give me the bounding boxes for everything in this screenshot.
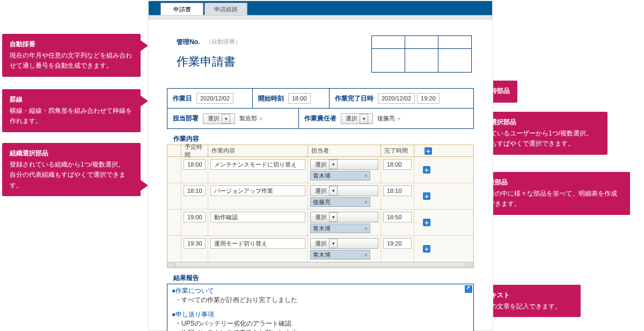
callout-body: 自分の代表組織もすばやくで選択できます。 <box>10 170 133 190</box>
mgrno-auto: （自動採番） <box>206 38 241 46</box>
close-icon[interactable]: × <box>364 251 368 258</box>
edit-icon[interactable] <box>465 285 472 293</box>
close-icon[interactable]: × <box>364 225 368 232</box>
plus-icon[interactable]: ＋ <box>425 147 432 155</box>
callout-lines: 罫線 横線・縦線・四角形を組み合わせて枠線を作れます。 <box>2 89 141 132</box>
plus-icon[interactable]: ＋ <box>423 245 430 253</box>
mgrno-label: 管理No. <box>177 38 200 47</box>
plus-icon[interactable]: ＋ <box>423 192 430 200</box>
dept-label: 担当部署 <box>167 114 203 123</box>
chevron-down-icon: ▾ <box>329 212 338 222</box>
close-icon[interactable]: × <box>364 199 368 205</box>
table-head: 予定時間 作業内容 担当者 完了時間 ＋ <box>167 145 473 157</box>
rt-heading: ●作業について <box>172 286 469 296</box>
person-select-button[interactable]: 選択▾ <box>310 238 378 249</box>
tab-application[interactable]: 申請書 <box>160 3 203 15</box>
done-input[interactable]: 19:20 <box>383 238 412 249</box>
time-input[interactable]: 18:00 <box>184 159 206 170</box>
callout-body: 横線・縦線・四角形を組み合わせて枠線を作れます。 <box>10 106 133 126</box>
start-label: 開始時刻 <box>253 94 288 103</box>
person-chip: 青木博× <box>310 250 370 260</box>
person-select-button[interactable]: 選択▾ <box>310 185 378 196</box>
tabbar: 申請書 申請経路 <box>149 1 492 15</box>
resp-label: 作業責任者 <box>299 114 341 123</box>
th-time: 予定時間 <box>181 145 208 156</box>
row-dept: 担当部署 選択▾ 製造部 × 作業責任者 選択▾ 後藤亮 × <box>167 109 474 129</box>
chevron-down-icon: ▾ <box>329 186 338 196</box>
time-input[interactable]: 19:00 <box>184 212 206 222</box>
table-row: 18:10バージョンアップ作業選択▾後藤亮×18:10＋ <box>167 183 473 210</box>
table-row: 18:00メンテナンスモードに切り替え選択▾青木博×18:00＋ <box>167 157 473 183</box>
callout-table: 表部品 表の中に様々な部品を並べて、明細表を作成できます。 <box>481 172 630 215</box>
done-input[interactable]: 18:10 <box>383 185 412 196</box>
person-chip: 青木博× <box>310 171 370 181</box>
callout-title: 自動採番 <box>10 39 133 49</box>
rt-line: ・すべての作業が計画どおり完了しました <box>175 296 469 305</box>
rt-line: ・UPSのバッテリー劣化のアラート確認 <box>175 319 469 328</box>
enddate-input[interactable]: 2020/12/02 <box>378 93 415 104</box>
callout-autonum: 自動採番 現在の年月や任意の文字列などを組み合わせて通し番号を自動生成できます。 <box>2 34 141 77</box>
callout-title: 表部品 <box>488 177 623 188</box>
chevron-down-icon: ▾ <box>360 114 368 124</box>
work-table: 予定時間 作業内容 担当者 完了時間 ＋ 18:00メンテナンスモードに切り替え… <box>167 145 474 268</box>
start-input[interactable]: 18:00 <box>288 93 311 104</box>
close-icon[interactable]: × <box>259 116 262 122</box>
section-report: 結果報告 <box>173 274 487 283</box>
row-dates: 作業日 2020/12/02 開始時刻 18:00 作業完了日時 2020/12… <box>167 88 474 109</box>
dept-chip: 製造部 <box>239 114 257 123</box>
person-select-button[interactable]: 選択▾ <box>310 212 378 222</box>
person-select-button[interactable]: 選択▾ <box>310 159 378 170</box>
resp-chip: 後藤亮 <box>377 114 395 123</box>
person-chip: 青木博× <box>310 224 370 233</box>
chevron-down-icon: ▾ <box>222 114 230 124</box>
th-work: 作業内容 <box>208 145 308 156</box>
close-icon[interactable]: × <box>397 116 400 122</box>
callout-title: 罫線 <box>10 95 133 105</box>
scrollbar[interactable] <box>167 262 473 268</box>
work-input[interactable]: 動作確認 <box>210 212 305 222</box>
table-row: 19:00動作確認選択▾青木博×18:50＋ <box>167 210 473 236</box>
callout-body: 登録されている組織から1つ/複数選択。 <box>10 160 133 170</box>
toolbar-placeholder <box>149 15 492 19</box>
resp-select-button[interactable]: 選択▾ <box>341 113 373 124</box>
time-input[interactable]: 18:10 <box>184 185 206 196</box>
work-input[interactable]: メンテナンスモードに切り替え <box>210 159 305 170</box>
chevron-down-icon: ▾ <box>329 160 338 169</box>
endtime-input[interactable]: 19:20 <box>417 93 440 104</box>
section-work: 作業内容 <box>173 134 487 143</box>
approval-grid <box>371 35 472 73</box>
plus-icon[interactable]: ＋ <box>423 166 430 174</box>
end-label: 作業完了日時 <box>330 94 378 103</box>
form-panel: 申請書 申請経路 管理No. （自動採番） 作業申請書 作業日 2020/12/… <box>148 0 493 331</box>
rt-line: 次回メンテナンスで交換をお願いします <box>175 328 469 331</box>
tab-route[interactable]: 申請経路 <box>204 3 247 15</box>
dept-select-button[interactable]: 選択▾ <box>203 113 235 124</box>
callout-title: 組織選択部品 <box>10 148 133 159</box>
workdate-label: 作業日 <box>167 94 196 103</box>
person-chip: 後藤亮× <box>310 197 370 207</box>
th-person: 担当者 <box>308 145 381 156</box>
done-input[interactable]: 18:00 <box>383 159 412 170</box>
callout-orgpick: 組織選択部品 登録されている組織から1つ/複数選択。 自分の代表組織もすばやくで… <box>2 143 141 196</box>
callout-body: 現在の年月や任意の文字列などを組み合わせて通し番号を自動生成できます。 <box>10 51 133 71</box>
page-title: 作業申請書 <box>177 54 236 70</box>
callout-body: 表の中に様々な部品を並べて、明細表を作成できます。 <box>488 189 623 209</box>
time-input[interactable]: 19:30 <box>184 238 206 249</box>
th-done: 完了時間 <box>381 145 414 156</box>
work-input[interactable]: 運用モード切り替え <box>210 238 305 249</box>
table-row: 19:30運用モード切り替え選択▾青木博×19:20＋ <box>167 236 473 262</box>
rt-heading: ●申し送り事項 <box>172 310 469 319</box>
close-icon[interactable]: × <box>364 172 368 179</box>
work-input[interactable]: バージョンアップ作業 <box>210 185 305 196</box>
workdate-input[interactable]: 2020/12/02 <box>196 93 233 104</box>
chevron-down-icon: ▾ <box>329 239 338 248</box>
plus-icon[interactable]: ＋ <box>423 219 430 226</box>
header-area: 管理No. （自動採番） 作業申請書 <box>167 38 474 77</box>
richtext-area[interactable]: ●作業について ・すべての作業が計画どおり完了しました ●申し送り事項 ・UPS… <box>167 284 474 331</box>
done-input[interactable]: 18:50 <box>383 212 412 222</box>
